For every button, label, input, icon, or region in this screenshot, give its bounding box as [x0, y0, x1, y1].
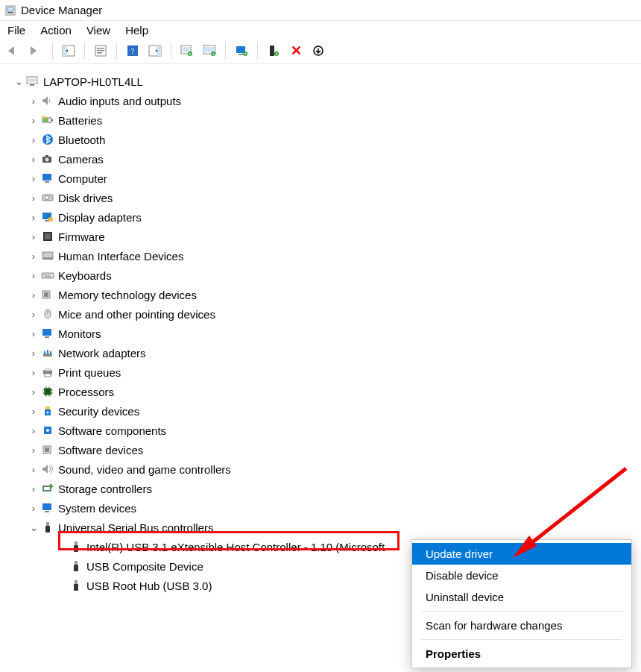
- processor-icon: [40, 385, 55, 398]
- chevron-right-icon[interactable]: [28, 328, 39, 339]
- tree-category[interactable]: Print queues: [4, 362, 638, 382]
- chevron-right-icon[interactable]: [28, 425, 39, 436]
- context-menu-properties[interactable]: Properties: [412, 643, 631, 665]
- svg-rect-1: [7, 12, 13, 13]
- tree-category[interactable]: Bluetooth: [4, 130, 638, 149]
- svg-rect-27: [30, 84, 34, 86]
- tree-category[interactable]: Disk drives: [4, 188, 638, 207]
- tree-category[interactable]: Mice and other pointing devices: [4, 304, 638, 324]
- tree-category-label: Firmware: [58, 230, 105, 243]
- chevron-right-icon[interactable]: [28, 367, 39, 378]
- printer-icon: [40, 365, 55, 379]
- tree-category[interactable]: Keyboards: [4, 266, 638, 285]
- tree-category[interactable]: Display adapters: [4, 207, 638, 227]
- add-legacy-hardware-button[interactable]: [201, 43, 218, 59]
- show-hide-console-tree-button[interactable]: [60, 43, 77, 59]
- svg-rect-73: [42, 503, 51, 510]
- tree-root[interactable]: LAPTOP-HL0TL4LL: [4, 72, 638, 91]
- svg-rect-64: [45, 406, 50, 409]
- tree-category[interactable]: Storage controllers: [4, 479, 638, 498]
- chevron-right-icon[interactable]: [28, 95, 39, 107]
- tree-category[interactable]: Monitors: [4, 324, 638, 343]
- tree-category-label: Print queues: [58, 366, 121, 379]
- svg-rect-70: [45, 448, 49, 452]
- chevron-right-icon[interactable]: [28, 154, 39, 165]
- tree-category-label: Sound, video and game controllers: [58, 463, 231, 476]
- tree-category[interactable]: Sound, video and game controllers: [4, 459, 638, 479]
- context-menu-update-driver[interactable]: Update driver: [412, 543, 631, 565]
- chevron-right-icon[interactable]: [28, 464, 39, 475]
- tree-category[interactable]: Firmware: [4, 227, 638, 246]
- menu-help[interactable]: Help: [125, 24, 148, 37]
- chevron-right-icon[interactable]: [28, 406, 39, 417]
- tree-category[interactable]: Audio inputs and outputs: [4, 91, 638, 110]
- update-driver-button[interactable]: [233, 43, 250, 59]
- tree-category[interactable]: Cameras: [4, 149, 638, 169]
- chevron-right-icon[interactable]: [28, 173, 39, 184]
- action-pane-button[interactable]: [147, 43, 163, 59]
- tree-category[interactable]: System devices: [4, 498, 638, 518]
- forward-button[interactable]: [28, 43, 45, 59]
- network-icon: [40, 346, 55, 359]
- tree-category[interactable]: Human Interface Devices: [4, 246, 638, 266]
- properties-button[interactable]: [92, 43, 109, 59]
- svg-rect-51: [45, 276, 51, 277]
- context-menu-scan[interactable]: Scan for hardware changes: [412, 615, 631, 636]
- system-icon: [40, 501, 55, 515]
- softcomp-icon: [40, 424, 55, 437]
- menu-file[interactable]: File: [7, 24, 25, 37]
- chevron-right-icon[interactable]: [28, 251, 39, 262]
- back-button[interactable]: [6, 43, 22, 59]
- tree-category[interactable]: Processors: [4, 382, 638, 401]
- svg-rect-36: [42, 174, 51, 180]
- svg-rect-74: [45, 511, 49, 512]
- tree-category-label: Human Interface Devices: [58, 250, 183, 263]
- chevron-right-icon[interactable]: [28, 386, 39, 398]
- tree-category[interactable]: Universal Serial Bus controllers: [4, 518, 638, 537]
- scan-hardware-button[interactable]: [179, 43, 195, 59]
- tree-category-label: Batteries: [58, 114, 102, 127]
- tree-category[interactable]: Memory technology devices: [4, 285, 638, 304]
- chevron-right-icon[interactable]: [28, 134, 39, 145]
- chevron-right-icon[interactable]: [28, 289, 39, 301]
- chevron-right-icon[interactable]: [28, 115, 39, 126]
- chevron-right-icon[interactable]: [28, 348, 39, 359]
- menu-view[interactable]: View: [86, 24, 110, 37]
- svg-rect-78: [74, 545, 78, 552]
- tree-category[interactable]: Security devices: [4, 401, 638, 421]
- disable-device-button[interactable]: ✕: [288, 43, 304, 59]
- chevron-right-icon[interactable]: [28, 445, 39, 456]
- tree-category[interactable]: Network adapters: [4, 343, 638, 362]
- svg-rect-60: [45, 368, 51, 371]
- speaker-icon: [40, 94, 55, 107]
- chevron-right-icon[interactable]: [28, 309, 39, 320]
- chevron-right-icon[interactable]: [28, 212, 39, 223]
- context-menu-disable-device[interactable]: Disable device: [412, 565, 631, 586]
- svg-rect-45: [42, 252, 53, 258]
- tree-device-label: Intel(R) USB 3.1 eXtensible Host Control…: [86, 541, 385, 553]
- softdev-icon: [40, 443, 55, 456]
- chevron-right-icon[interactable]: [28, 483, 39, 494]
- chevron-right-icon[interactable]: [28, 192, 39, 204]
- tree-category-label: Software devices: [58, 444, 143, 456]
- context-menu-uninstall-device[interactable]: Uninstall device: [412, 586, 631, 608]
- chevron-right-icon[interactable]: [28, 270, 39, 281]
- tree-category[interactable]: Computer: [4, 169, 638, 188]
- menu-action[interactable]: Action: [40, 24, 72, 37]
- tree-category[interactable]: Batteries: [4, 110, 638, 130]
- chevron-right-icon[interactable]: [28, 231, 39, 242]
- chevron-right-icon[interactable]: [28, 503, 39, 514]
- chevron-down-icon[interactable]: [13, 76, 24, 87]
- battery-icon: [40, 113, 55, 127]
- app-icon: [4, 4, 16, 16]
- enable-device-button[interactable]: [310, 43, 326, 59]
- context-menu-separator: [421, 611, 622, 612]
- svg-rect-56: [42, 329, 51, 336]
- help-button[interactable]: ?: [124, 43, 141, 59]
- tree-category[interactable]: Software components: [4, 421, 638, 440]
- tree-category[interactable]: Software devices: [4, 440, 638, 459]
- mouse-icon: [40, 307, 55, 321]
- chevron-down-icon[interactable]: [28, 522, 39, 533]
- tree-category-label: Network adapters: [58, 347, 146, 359]
- uninstall-device-button[interactable]: [265, 43, 282, 59]
